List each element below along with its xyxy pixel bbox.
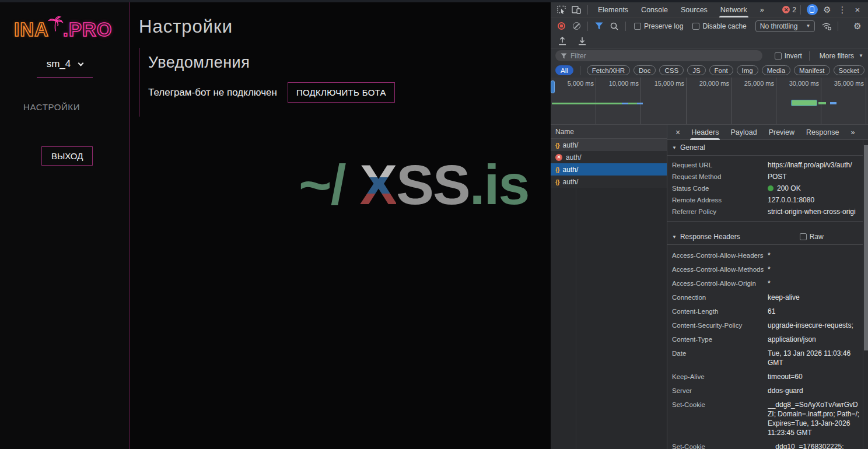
json-icon: {}	[555, 142, 559, 149]
error-counter[interactable]: ✕ 2	[782, 6, 796, 14]
chip-js[interactable]: JS	[687, 65, 705, 75]
timeline-overview[interactable]: 5,000 ms 10,000 ms 15,000 ms 20,000 ms 2…	[551, 78, 868, 125]
inspect-icon[interactable]	[554, 3, 568, 17]
raw-toggle[interactable]: Raw	[800, 233, 824, 241]
clear-icon[interactable]	[569, 19, 583, 33]
name-column-header[interactable]: Name	[551, 125, 667, 139]
tab-elements[interactable]: Elements	[592, 2, 634, 17]
gridline	[596, 78, 596, 124]
close-devtools-icon[interactable]: ×	[850, 3, 864, 17]
chip-manifest[interactable]: Manifest	[794, 65, 830, 75]
tick-label: 10,000 ms	[598, 80, 639, 87]
chevron-down-icon	[78, 61, 84, 66]
close-details-icon[interactable]: ×	[671, 128, 685, 137]
chip-doc[interactable]: Doc	[634, 65, 656, 75]
tick-label: 25,000 ms	[733, 80, 774, 87]
tab-console[interactable]: Console	[635, 2, 674, 17]
tab-response[interactable]: Response	[801, 125, 844, 140]
filter-row: Filter Invert More filters ▼	[551, 48, 868, 63]
filter-funnel-icon[interactable]	[592, 19, 606, 33]
tick-label: 15,000 ms	[643, 80, 684, 87]
error-icon: ✕	[782, 6, 790, 13]
header-row: Keep-Alivetimeout=60	[667, 370, 863, 384]
more-detail-tabs-icon[interactable]: »	[845, 125, 860, 140]
invert-toggle[interactable]: Invert	[775, 52, 802, 60]
disable-cache-toggle[interactable]: Disable cache	[692, 22, 746, 30]
header-row: Serverddos-guard	[667, 384, 863, 398]
divider	[838, 22, 838, 31]
device-mode-badge-icon[interactable]	[805, 3, 819, 17]
raw-checkbox[interactable]	[800, 233, 807, 240]
device-toolbar-icon[interactable]	[569, 3, 583, 17]
timeline-bar-blue	[830, 102, 836, 104]
request-type-filters: All Fetch/XHR Doc CSS JS Font Img Media …	[551, 63, 868, 78]
import-har-icon[interactable]	[575, 34, 589, 48]
telegram-status-text: Телеграм-бот не подключен	[148, 87, 277, 99]
request-row[interactable]: {} auth/	[551, 176, 667, 188]
header-row: Access-Control-Allow-Headers*	[667, 248, 863, 262]
timeline-handle[interactable]	[551, 80, 555, 93]
account-select[interactable]: sm_4	[0, 58, 130, 78]
request-row-selected[interactable]: {} auth/	[551, 163, 667, 176]
preserve-log-checkbox[interactable]	[634, 23, 641, 30]
more-tabs-icon[interactable]: »	[754, 2, 770, 17]
throttling-select[interactable]: No throttling ▼	[755, 20, 816, 32]
settings-gear-icon[interactable]: ⚙	[820, 3, 834, 17]
top-strip	[0, 0, 868, 2]
filter-input[interactable]: Filter	[555, 50, 762, 61]
divider	[580, 66, 580, 75]
timeline-bar-green	[818, 102, 826, 104]
header-row: Connectionkeep-alive	[667, 290, 863, 304]
network-conditions-icon[interactable]	[820, 19, 834, 33]
header-row: Access-Control-Allow-Methods*	[667, 262, 863, 276]
divider	[587, 5, 588, 15]
chip-fetch-xhr[interactable]: Fetch/XHR	[587, 65, 630, 75]
scrollbar-thumb[interactable]	[864, 145, 868, 350]
tab-sources[interactable]: Sources	[675, 2, 713, 17]
request-row[interactable]: {} auth/	[551, 139, 667, 151]
chip-media[interactable]: Media	[762, 65, 790, 75]
sidebar-item-settings[interactable]: НАСТРОЙКИ	[23, 102, 80, 112]
chip-img[interactable]: Img	[737, 65, 758, 75]
scrollbar[interactable]	[863, 140, 868, 449]
request-row[interactable]: ✕ auth/	[551, 151, 667, 163]
preserve-log-toggle[interactable]: Preserve log	[634, 22, 683, 30]
record-icon[interactable]	[554, 19, 568, 33]
tab-network[interactable]: Network	[715, 2, 753, 17]
search-icon[interactable]	[607, 19, 621, 33]
connect-bot-button[interactable]: ПОДКЛЮЧИТЬ БОТА	[288, 82, 395, 103]
chip-all[interactable]: All	[555, 65, 573, 75]
main-content: Настройки Уведомления Телеграм-бот не по…	[130, 0, 551, 449]
network-settings-gear-icon[interactable]: ⚙	[850, 19, 864, 33]
request-list: Name {} auth/ ✕ auth/ {} auth/ {} auth/	[551, 125, 667, 449]
status-ok-icon	[768, 185, 774, 191]
disclosure-triangle-icon: ▼	[672, 145, 677, 150]
logo-text-right: .PRO	[63, 19, 113, 41]
tab-payload[interactable]: Payload	[725, 125, 762, 140]
header-row: Content-Length61	[667, 304, 863, 318]
headers-content: ▼ General Request URL https://inaff.pro/…	[667, 140, 863, 449]
disable-cache-checkbox[interactable]	[692, 23, 699, 30]
dropdown-arrow-icon: ▼	[859, 53, 863, 58]
error-count: 2	[792, 6, 796, 14]
header-row: Set-Cookie__ddg8_=SoAyXoTvAwrGvDZI; Doma…	[667, 398, 863, 440]
chip-css[interactable]: CSS	[659, 65, 684, 75]
logout-button[interactable]: ВЫХОД	[41, 146, 93, 166]
general-section-header[interactable]: ▼ General	[667, 140, 863, 156]
tick-label: 5,000 ms	[553, 80, 594, 87]
chip-socket[interactable]: Socket	[834, 65, 864, 75]
failed-request-icon: ✕	[555, 154, 562, 161]
more-filters-button[interactable]: More filters ▼	[820, 52, 863, 60]
header-row: Request Method POST	[667, 171, 863, 183]
kebab-menu-icon[interactable]: ⋮	[835, 3, 849, 17]
app-window: INA .PRO sm_4 НАСТРОЙКИ ВЫХОД	[0, 0, 551, 449]
response-headers-section-header[interactable]: ▼ Response Headers Raw	[667, 229, 863, 245]
tab-headers[interactable]: Headers	[686, 125, 724, 140]
invert-checkbox[interactable]	[775, 52, 782, 59]
export-har-icon[interactable]	[555, 34, 569, 48]
tab-preview[interactable]: Preview	[764, 125, 800, 140]
header-row: Content-Typeapplication/json	[667, 332, 863, 346]
divider	[809, 51, 810, 61]
chip-font[interactable]: Font	[709, 65, 733, 75]
request-details-panel: × Headers Payload Preview Response » ▼ G…	[667, 125, 868, 449]
